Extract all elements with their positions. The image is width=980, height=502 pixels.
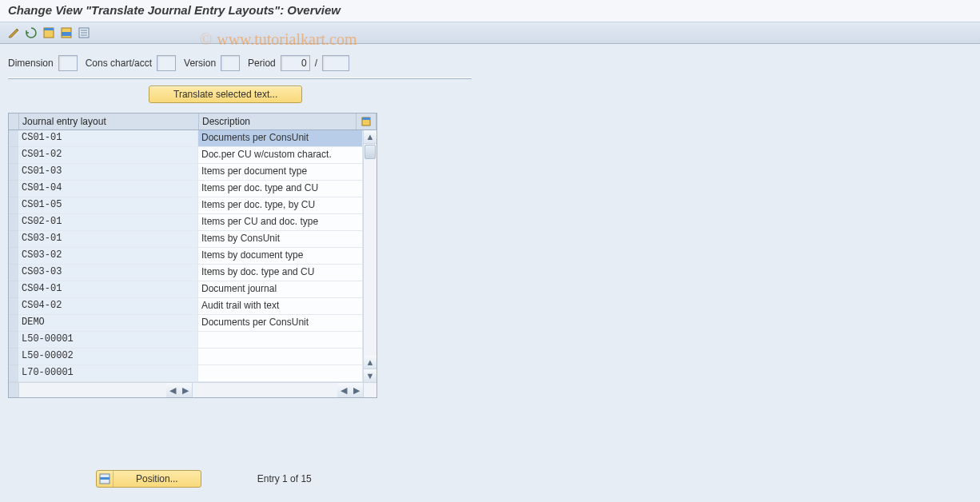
hscroll-left-icon-2[interactable]: ◀ xyxy=(337,383,350,397)
translate-selected-text-button[interactable]: Translate selected text... xyxy=(149,86,302,103)
table-row[interactable]: CS01-04Items per doc. type and CU xyxy=(18,181,363,197)
cell-layout[interactable]: CS03-02 xyxy=(18,248,198,264)
scroll-thumb[interactable] xyxy=(365,145,376,159)
cell-description[interactable]: Items per doc. type, by CU xyxy=(198,197,363,213)
cell-layout[interactable]: CS01-01 xyxy=(18,130,198,146)
period-year-field[interactable] xyxy=(322,55,349,71)
table-row[interactable]: CS03-03Items by doc. type and CU xyxy=(18,265,363,281)
hscroll-right-icon-2[interactable]: ▶ xyxy=(350,383,363,397)
cell-layout[interactable]: L50-00001 xyxy=(18,332,198,348)
row-selector[interactable] xyxy=(9,147,18,164)
cell-layout[interactable]: CS02-01 xyxy=(18,214,198,230)
row-select-all[interactable] xyxy=(9,114,19,129)
row-selector[interactable] xyxy=(9,332,18,349)
row-selector[interactable] xyxy=(9,281,18,298)
cell-layout[interactable]: DEMO xyxy=(18,315,198,331)
period-slash: / xyxy=(315,58,317,69)
cell-description[interactable]: Documents per ConsUnit xyxy=(198,315,363,331)
table-row[interactable]: L50-00001 xyxy=(18,332,363,349)
app-toolbar xyxy=(0,22,980,44)
row-selector[interactable] xyxy=(9,181,18,197)
cell-description[interactable]: Document journal xyxy=(198,281,363,297)
cell-description[interactable]: Items per document type xyxy=(198,164,363,180)
footer-bar: Position... Entry 1 of 15 xyxy=(96,470,312,488)
table-row[interactable]: CS01-05Items per doc. type, by CU xyxy=(18,197,363,214)
row-selector[interactable] xyxy=(9,231,18,248)
version-label: Version xyxy=(184,58,216,69)
entry-count-status: Entry 1 of 15 xyxy=(257,473,312,484)
hscroll-right-icon[interactable]: ▶ xyxy=(179,383,192,397)
table-row[interactable]: CS03-01Items by ConsUnit xyxy=(18,231,363,248)
cell-description[interactable]: Items by doc. type and CU xyxy=(198,265,363,281)
select-block-icon[interactable] xyxy=(59,26,74,40)
table-row[interactable]: CS01-02Doc.per CU w/custom charact. xyxy=(18,147,363,164)
table-row[interactable]: L50-00002 xyxy=(18,349,363,365)
table-header: Journal entry layout Description xyxy=(9,114,376,130)
cell-layout[interactable]: CS01-04 xyxy=(18,181,198,197)
row-selector[interactable] xyxy=(9,315,18,332)
deselect-all-icon[interactable] xyxy=(77,26,91,40)
select-all-icon[interactable] xyxy=(42,26,56,40)
col-header-layout[interactable]: Journal entry layout xyxy=(19,114,199,129)
row-selector[interactable] xyxy=(9,197,18,214)
table-row[interactable]: CS01-01Documents per ConsUnit xyxy=(18,130,363,147)
scroll-down-icon[interactable]: ▼ xyxy=(364,369,376,382)
row-selector[interactable] xyxy=(9,298,18,315)
position-button[interactable]: Position... xyxy=(96,470,201,488)
cons-chart-label: Cons chart/acct xyxy=(86,58,152,69)
version-field[interactable] xyxy=(221,55,240,71)
toggle-display-change-icon[interactable] xyxy=(6,26,21,40)
scroll-up-icon[interactable]: ▲ xyxy=(364,130,376,144)
table-row[interactable]: CS04-02Audit trail with text xyxy=(18,298,363,315)
cell-description[interactable]: Audit trail with text xyxy=(198,298,363,314)
cell-description[interactable] xyxy=(198,349,363,365)
cell-description[interactable]: Items per CU and doc. type xyxy=(198,214,363,230)
position-button-label: Position... xyxy=(114,471,201,487)
table-row[interactable]: L70-00001 xyxy=(18,365,363,382)
cell-layout[interactable]: CS03-03 xyxy=(18,265,198,281)
other-entry-icon[interactable] xyxy=(24,26,38,40)
row-selector[interactable] xyxy=(9,164,18,181)
filter-bar: Dimension Cons chart/acct Version Period… xyxy=(0,44,980,78)
table-settings-icon[interactable] xyxy=(357,114,376,129)
table-row[interactable]: CS02-01Items per CU and doc. type xyxy=(18,214,363,231)
cell-description[interactable]: Documents per ConsUnit xyxy=(198,130,363,146)
cell-description[interactable] xyxy=(198,332,363,348)
row-selector[interactable] xyxy=(9,365,18,382)
cell-layout[interactable]: CS04-02 xyxy=(18,298,198,314)
cell-description[interactable]: Items per doc. type and CU xyxy=(198,181,363,197)
cell-description[interactable]: Items by document type xyxy=(198,248,363,264)
svg-rect-11 xyxy=(100,477,110,480)
scroll-up-page-icon[interactable]: ▲ xyxy=(364,356,376,369)
row-selector[interactable] xyxy=(9,248,18,265)
row-selector[interactable] xyxy=(9,130,18,147)
cell-layout[interactable]: CS01-02 xyxy=(18,147,198,163)
cell-layout[interactable]: CS04-01 xyxy=(18,281,198,297)
table-row[interactable]: DEMODocuments per ConsUnit xyxy=(18,315,363,332)
svg-rect-3 xyxy=(62,32,71,36)
row-selector[interactable] xyxy=(9,349,18,365)
cons-chart-field[interactable] xyxy=(157,55,176,71)
cell-description[interactable]: Doc.per CU w/custom charact. xyxy=(198,147,363,163)
table-row[interactable]: CS01-03Items per document type xyxy=(18,164,363,181)
row-selector[interactable] xyxy=(9,214,18,231)
cell-layout[interactable]: CS03-01 xyxy=(18,231,198,247)
cell-layout[interactable]: L70-00001 xyxy=(18,365,198,381)
row-selector[interactable] xyxy=(9,265,18,281)
svg-rect-9 xyxy=(362,118,370,120)
period-label: Period xyxy=(248,58,276,69)
vertical-scrollbar[interactable]: ▲ ▲ ▼ xyxy=(363,130,376,382)
period-value-field[interactable]: 0 xyxy=(281,55,310,71)
cell-layout[interactable]: CS01-03 xyxy=(18,164,198,180)
table-row[interactable]: CS03-02Items by document type xyxy=(18,248,363,265)
cell-description[interactable]: Items by ConsUnit xyxy=(198,231,363,247)
table-row[interactable]: CS04-01Document journal xyxy=(18,281,363,298)
page-title: Change View "Translate Journal Entry Lay… xyxy=(0,0,980,22)
col-header-description[interactable]: Description xyxy=(199,114,357,129)
cell-description[interactable] xyxy=(198,365,363,381)
dimension-field[interactable] xyxy=(58,55,78,71)
cell-layout[interactable]: CS01-05 xyxy=(18,197,198,213)
cell-layout[interactable]: L50-00002 xyxy=(18,349,198,365)
hscroll-left-icon[interactable]: ◀ xyxy=(166,383,179,397)
journal-entry-table: Journal entry layout Description CS01-01… xyxy=(8,113,377,398)
